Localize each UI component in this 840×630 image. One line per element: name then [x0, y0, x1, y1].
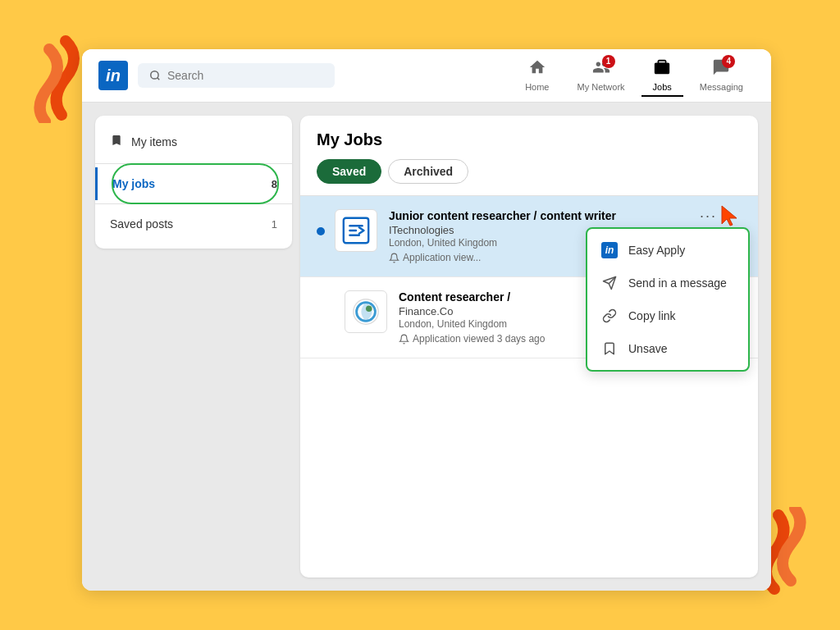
linkedin-logo[interactable]: in: [98, 61, 128, 90]
sidebar-item-saved-posts[interactable]: Saved posts 1: [95, 208, 292, 240]
tab-saved[interactable]: Saved: [317, 159, 381, 184]
sidebar: My items My jobs 8 Saved posts 1: [95, 116, 292, 249]
context-menu: in Easy Apply Send in a message: [586, 227, 750, 372]
network-badge: 1: [602, 55, 615, 68]
sidebar-divider: [95, 163, 292, 164]
easy-apply-label: Easy Apply: [628, 244, 685, 257]
context-menu-easy-apply[interactable]: in Easy Apply: [587, 234, 748, 267]
nav-item-messaging[interactable]: 4 Messaging: [688, 55, 755, 97]
nav-item-network[interactable]: 1 My Network: [565, 55, 636, 97]
nav-item-home[interactable]: Home: [514, 55, 560, 97]
home-icon: [528, 58, 546, 80]
job-logo-2: [345, 290, 387, 333]
job-more-button-1[interactable]: ···: [700, 208, 717, 225]
sidebar-divider-2: [95, 203, 292, 204]
context-menu-unsave[interactable]: Unsave: [587, 332, 748, 365]
nav-items: Home 1 My Network Jobs: [514, 55, 755, 97]
cursor-indicator: [719, 203, 745, 232]
sidebar-label-saved-posts: Saved posts: [110, 217, 173, 231]
context-menu-send-message[interactable]: Send in a message: [587, 267, 748, 299]
messaging-icon: 4: [712, 58, 730, 80]
job-item-1[interactable]: Junior content researcher / content writ…: [300, 196, 758, 277]
send-message-label: Send in a message: [628, 276, 727, 290]
sidebar-count-saved-posts: 1: [272, 218, 277, 231]
unsave-icon: [600, 340, 619, 358]
svg-point-11: [366, 305, 372, 312]
sidebar-item-my-items[interactable]: My items: [95, 124, 292, 160]
nav-label-jobs: Jobs: [653, 82, 672, 92]
bell-icon-1: [389, 253, 399, 263]
network-icon: 1: [592, 58, 610, 80]
search-input[interactable]: Search: [167, 69, 203, 82]
nav-label-home: Home: [525, 82, 549, 92]
job-title-1: Junior content researcher / content writ…: [389, 209, 742, 222]
page-title: My Jobs: [317, 130, 742, 149]
search-bar[interactable]: Search: [138, 63, 335, 88]
context-menu-copy-link[interactable]: Copy link: [587, 299, 748, 332]
linkedin-icon: in: [600, 241, 619, 259]
jobs-icon: [653, 58, 671, 80]
navbar: in Search Home 1 My Network: [82, 49, 771, 103]
body-area: My items My jobs 8 Saved posts 1 My Jobs…: [82, 103, 771, 591]
svg-point-0: [151, 71, 158, 79]
sidebar-item-my-jobs[interactable]: My jobs 8: [95, 167, 292, 200]
sidebar-label-my-jobs: My jobs: [112, 177, 155, 190]
link-icon: [600, 307, 619, 325]
my-jobs-header: My Jobs Saved Archived: [300, 116, 758, 196]
send-icon: [600, 274, 619, 292]
bookmark-icon: [110, 134, 123, 150]
bell-icon-2: [399, 334, 409, 345]
svg-marker-8: [722, 206, 737, 226]
main-content: My Jobs Saved Archived: [300, 116, 758, 578]
decorative-swirl-top-left: [16, 33, 82, 123]
nav-label-messaging: Messaging: [700, 82, 743, 92]
copy-link-label: Copy link: [628, 309, 676, 322]
unsave-label: Unsave: [628, 342, 667, 355]
sidebar-label-my-items: My items: [131, 135, 177, 148]
tab-archived[interactable]: Archived: [388, 159, 468, 184]
nav-label-network: My Network: [577, 82, 624, 92]
messaging-badge: 4: [722, 55, 735, 68]
job-list: Junior content researcher / content writ…: [300, 196, 758, 578]
svg-line-1: [158, 78, 160, 80]
nav-item-jobs[interactable]: Jobs: [641, 55, 683, 97]
main-card: in Search Home 1 My Network: [82, 49, 771, 591]
sidebar-count-my-jobs: 8: [272, 178, 277, 190]
tabs-row: Saved Archived: [317, 159, 742, 184]
unread-dot: [317, 227, 325, 235]
search-icon: [149, 70, 161, 81]
job-logo-1: [335, 209, 377, 252]
